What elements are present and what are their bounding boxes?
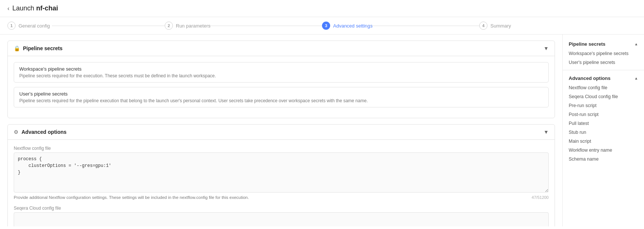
step-3[interactable]: 3 Advanced settings bbox=[322, 22, 479, 30]
advanced-options-toggle[interactable]: ▼ bbox=[543, 129, 549, 135]
sidebar-item-user-pipeline-secrets[interactable]: User's pipeline secrets bbox=[563, 58, 644, 67]
settings-icon: ⚙ bbox=[14, 129, 19, 135]
pipeline-secrets-toggle[interactable]: ▼ bbox=[543, 45, 549, 51]
sidebar-pipeline-secrets-label: Pipeline secrets bbox=[569, 41, 605, 47]
step-1[interactable]: 1 General config bbox=[7, 22, 165, 30]
sidebar-item-workspace-pipeline-secrets[interactable]: Workspace's pipeline secrets bbox=[563, 49, 644, 58]
pipeline-secrets-header[interactable]: 🔒 Pipeline secrets ▼ bbox=[8, 41, 555, 56]
sidebar-advanced-options-header[interactable]: Advanced options ▲ bbox=[563, 73, 644, 83]
content-area: 🔒 Pipeline secrets ▼ Workspace's pipelin… bbox=[0, 35, 562, 226]
step-3-circle: 3 bbox=[322, 22, 330, 30]
user-secrets-title: User's pipeline secrets bbox=[19, 91, 543, 97]
sidebar-item-stub-run[interactable]: Stub run bbox=[563, 128, 644, 137]
pipeline-secrets-title: Pipeline secrets bbox=[23, 45, 63, 51]
nextflow-config-group: Nextflow config file process { clusterOp… bbox=[14, 146, 549, 200]
step-4-circle: 4 bbox=[479, 22, 487, 30]
sidebar-divider bbox=[563, 70, 644, 70]
workspace-secrets-title: Workspace's pipeline secrets bbox=[19, 66, 543, 72]
seqera-config-group: Seqera Cloud config file Provide additio… bbox=[14, 206, 549, 226]
sidebar-item-main-script[interactable]: Main script bbox=[563, 137, 644, 146]
advanced-options-title: Advanced options bbox=[22, 129, 66, 135]
step-4[interactable]: 4 Summary bbox=[479, 22, 637, 30]
lock-icon: 🔒 bbox=[14, 45, 20, 51]
advanced-options-header[interactable]: ⚙ Advanced options ▼ bbox=[8, 125, 555, 140]
sidebar-advanced-options-label: Advanced options bbox=[569, 75, 611, 81]
sidebar-advanced-options-caret: ▲ bbox=[634, 76, 638, 80]
step-1-circle: 1 bbox=[7, 22, 16, 30]
step-3-label: Advanced settings bbox=[333, 23, 372, 29]
sidebar-pipeline-secrets-caret: ▲ bbox=[634, 42, 638, 46]
nextflow-config-label: Nextflow config file bbox=[14, 146, 549, 151]
sidebar-item-pull-latest[interactable]: Pull latest bbox=[563, 119, 644, 128]
advanced-options-card: ⚙ Advanced options ▼ Nextflow config fil… bbox=[7, 124, 555, 226]
page-title: Launch nf-chai bbox=[12, 4, 58, 12]
step-2[interactable]: 2 Run parameters bbox=[165, 22, 322, 30]
advanced-options-body: Nextflow config file process { clusterOp… bbox=[8, 140, 555, 226]
sidebar-item-seqera-cloud-config[interactable]: Seqera Cloud config file bbox=[563, 92, 644, 101]
step-1-label: General config bbox=[19, 23, 50, 29]
stepper: 1 General config 2 Run parameters 3 Adva… bbox=[0, 17, 644, 35]
sidebar-item-post-run-script[interactable]: Post-run script bbox=[563, 110, 644, 119]
sidebar: Pipeline secrets ▲ Workspace's pipeline … bbox=[562, 35, 644, 226]
step-2-circle: 2 bbox=[165, 22, 173, 30]
nextflow-config-char-count: 47/51200 bbox=[532, 195, 549, 200]
user-secrets-desc: Pipeline secrets required for the pipeli… bbox=[19, 98, 543, 103]
user-secrets-subsection: User's pipeline secrets Pipeline secrets… bbox=[14, 87, 549, 107]
seqera-config-textarea[interactable] bbox=[14, 212, 549, 226]
step-2-label: Run parameters bbox=[176, 23, 210, 29]
sidebar-item-nextflow-config[interactable]: Nextflow config file bbox=[563, 83, 644, 92]
workspace-secrets-desc: Pipeline secrets required for the execut… bbox=[19, 73, 543, 78]
nextflow-config-desc: Provide additional Nextflow configuratio… bbox=[14, 195, 249, 200]
sidebar-item-pre-run-script[interactable]: Pre-run script bbox=[563, 101, 644, 110]
back-arrow-icon[interactable]: ‹ bbox=[7, 5, 9, 12]
pipeline-secrets-card: 🔒 Pipeline secrets ▼ Workspace's pipelin… bbox=[7, 41, 555, 118]
workspace-secrets-subsection: Workspace's pipeline secrets Pipeline se… bbox=[14, 62, 549, 83]
pipeline-secrets-body: Workspace's pipeline secrets Pipeline se… bbox=[8, 56, 555, 118]
sidebar-item-workflow-entry-name[interactable]: Workflow entry name bbox=[563, 146, 644, 155]
sidebar-pipeline-secrets-header[interactable]: Pipeline secrets ▲ bbox=[563, 39, 644, 49]
step-4-label: Summary bbox=[490, 23, 511, 29]
nextflow-config-textarea[interactable]: process { clusterOptions = '--gres=gpu:1… bbox=[14, 152, 549, 193]
seqera-config-label: Seqera Cloud config file bbox=[14, 206, 549, 211]
sidebar-item-schema-name[interactable]: Schema name bbox=[563, 155, 644, 164]
